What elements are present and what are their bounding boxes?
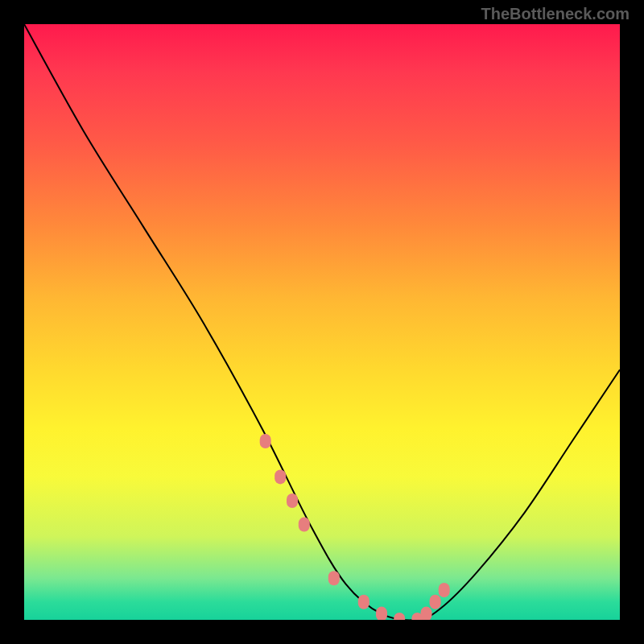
curve-markers [260,434,450,620]
marker-point [328,571,340,585]
watermark-text: TheBottleneck.com [481,5,630,23]
marker-point [299,518,310,532]
marker-point [376,607,387,620]
bottleneck-curve [24,24,620,620]
marker-point [275,469,286,484]
marker-point [358,595,369,609]
marker-point [394,613,405,620]
marker-point [430,595,441,609]
marker-point [260,434,271,448]
chart-svg [24,24,620,620]
marker-point [421,607,432,620]
marker-point [439,583,450,597]
plot-area [24,24,620,620]
marker-point [287,493,298,508]
chart-container: TheBottleneck.com [0,0,644,644]
